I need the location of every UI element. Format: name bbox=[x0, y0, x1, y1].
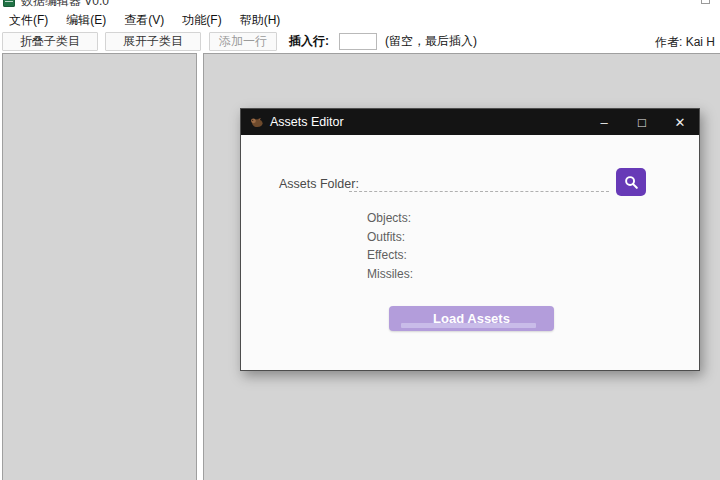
dialog-title: Assets Editor bbox=[270, 115, 344, 129]
add-row-button[interactable]: 添加一行 bbox=[209, 32, 277, 51]
effects-label: Effects: bbox=[367, 248, 407, 262]
load-assets-button[interactable]: Load Assets bbox=[389, 306, 554, 331]
dialog-maximize-button[interactable]: □ bbox=[623, 109, 661, 135]
dialog-titlebar[interactable]: Assets Editor – □ ✕ bbox=[241, 109, 699, 135]
app-icon bbox=[3, 0, 15, 7]
dialog-minimize-button[interactable]: – bbox=[585, 109, 623, 135]
insert-row-hint: (留空，最后插入) bbox=[385, 33, 477, 50]
assets-folder-field[interactable] bbox=[349, 173, 609, 192]
collapse-subcategories-button[interactable]: 折叠子类目 bbox=[2, 32, 98, 51]
maximize-button[interactable] bbox=[701, 0, 710, 4]
assets-editor-dialog: Assets Editor – □ ✕ Assets Folder: Objec… bbox=[240, 108, 700, 371]
browse-folder-button[interactable] bbox=[616, 168, 646, 196]
menu-item-help[interactable]: 帮助(H) bbox=[231, 10, 290, 31]
window-titlebar: 数据编辑器 V0.0 bbox=[0, 0, 720, 10]
window-title: 数据编辑器 V0.0 bbox=[21, 0, 109, 10]
author-label: 作者: Kai H bbox=[655, 34, 715, 51]
menu-item-view[interactable]: 查看(V) bbox=[115, 10, 173, 31]
insert-row-label: 插入行: bbox=[289, 33, 329, 50]
bird-icon bbox=[250, 117, 263, 128]
objects-label: Objects: bbox=[367, 211, 411, 225]
load-progress-bar bbox=[401, 323, 536, 328]
dialog-close-button[interactable]: ✕ bbox=[661, 109, 699, 135]
expand-subcategories-button[interactable]: 展开子类目 bbox=[105, 32, 201, 51]
outfits-label: Outfits: bbox=[367, 230, 405, 244]
menu-item-function[interactable]: 功能(F) bbox=[173, 10, 230, 31]
menu-item-file[interactable]: 文件(F) bbox=[0, 10, 57, 31]
category-tree-panel[interactable] bbox=[2, 53, 197, 480]
toolbar: 折叠子类目 展开子类目 添加一行 插入行: (留空，最后插入) 作者: Kai … bbox=[0, 30, 720, 53]
search-icon bbox=[623, 174, 640, 191]
menu-bar: 文件(F) 编辑(E) 查看(V) 功能(F) 帮助(H) bbox=[0, 10, 720, 30]
assets-folder-label: Assets Folder: bbox=[279, 177, 359, 191]
missiles-label: Missiles: bbox=[367, 267, 413, 281]
menu-item-edit[interactable]: 编辑(E) bbox=[57, 10, 115, 31]
insert-row-input[interactable] bbox=[339, 33, 377, 50]
dialog-body: Assets Folder: Objects: Outfits: Effects… bbox=[241, 135, 699, 370]
